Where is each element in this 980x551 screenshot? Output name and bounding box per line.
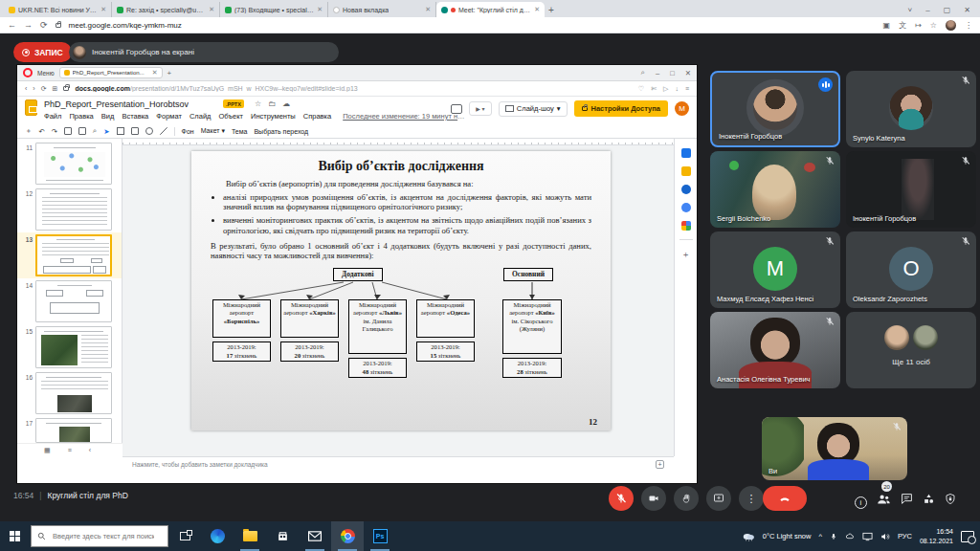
opera-close-button[interactable]: ✕ — [685, 69, 691, 77]
forward-icon[interactable]: → — [24, 20, 33, 30]
insert-line-icon[interactable] — [160, 127, 167, 135]
slide-thumbnail[interactable] — [35, 188, 112, 231]
mic-toggle-button[interactable] — [609, 486, 634, 511]
camera-permission-icon[interactable]: ▣ — [883, 21, 891, 30]
raise-hand-button[interactable] — [674, 486, 699, 511]
chat-button[interactable] — [901, 492, 913, 509]
download-icon[interactable]: ↓ — [675, 85, 679, 93]
menu-help[interactable]: Справка — [303, 112, 331, 121]
thumbnail-row-11[interactable]: 11 — [17, 141, 122, 187]
overflow-tile[interactable]: Ще 11 осіб — [846, 312, 976, 388]
speaker-notes-bar[interactable]: Нажмите, чтобы добавить заметки докладчи… — [122, 456, 674, 471]
chrome-menu-icon[interactable]: ⋮ — [965, 21, 972, 30]
text-box-icon[interactable] — [117, 127, 124, 135]
menu-tools[interactable]: Инструменты — [251, 112, 296, 121]
cloud-status-icon[interactable]: ☁ — [282, 99, 290, 108]
menu-view[interactable]: Вид — [101, 112, 115, 121]
menu-object[interactable]: Объект — [218, 112, 243, 121]
slide-thumbnail[interactable] — [35, 326, 112, 368]
print-icon[interactable] — [64, 127, 72, 135]
collapse-panel-icon[interactable]: ‹ — [89, 447, 91, 453]
new-slide-icon[interactable]: ＋ — [25, 126, 33, 136]
back-icon[interactable]: ‹ — [25, 85, 27, 92]
thumbnail-row-17[interactable]: 17 — [17, 416, 122, 445]
share-icon[interactable]: ↦ — [915, 21, 922, 30]
onedrive-icon[interactable] — [845, 532, 855, 541]
search-input[interactable] — [51, 531, 156, 541]
opera-minimize-button[interactable]: – — [656, 69, 659, 77]
tab-ukrnet[interactable]: UKR.NET: Всі новини України, о✕ — [4, 2, 112, 17]
last-edit-link[interactable]: Последнее изменение: 19 минут назад — [343, 112, 467, 121]
leave-call-button[interactable] — [763, 486, 807, 511]
present-split-button[interactable]: ▶ ▾ — [469, 101, 492, 116]
star-icon[interactable]: ☆ — [255, 99, 261, 108]
theme-button[interactable]: Тема — [232, 128, 247, 135]
thumbnail-row-16[interactable]: 16 — [17, 370, 122, 416]
weather-text[interactable]: 0°C Light snow — [763, 532, 812, 540]
tray-mic-icon[interactable] — [830, 532, 837, 541]
participant-tile-horobtsov[interactable]: Інокентій Горобцов — [710, 71, 840, 147]
select-cursor-icon[interactable]: ➤ — [103, 127, 109, 136]
account-avatar[interactable]: М — [675, 101, 689, 116]
forward-icon[interactable]: › — [33, 85, 34, 92]
hidden-icons-chevron[interactable]: ^ — [818, 532, 822, 540]
search-icon[interactable]: ⌕ — [641, 68, 645, 77]
opera-new-tab-button[interactable]: + — [167, 69, 172, 77]
close-tab-icon[interactable]: ✕ — [534, 6, 540, 13]
slide-12[interactable]: Вибір об’єктів дослідження Вибір об’єкті… — [191, 151, 611, 430]
layout-button[interactable]: Макет ▾ — [201, 127, 225, 135]
close-button[interactable]: ✕ — [964, 6, 970, 14]
zoom-icon[interactable]: ⌕ — [93, 126, 97, 136]
volume-icon[interactable] — [880, 532, 890, 541]
camera-toggle-button[interactable] — [641, 486, 666, 511]
send-to-device-icon[interactable]: ▷ — [663, 85, 668, 93]
maps-icon[interactable] — [681, 221, 691, 231]
menu-edit[interactable]: Правка — [69, 112, 93, 121]
activities-button[interactable] — [923, 492, 935, 509]
close-tab-icon[interactable]: ✕ — [317, 6, 323, 13]
list-view-icon[interactable]: ≡ — [68, 447, 72, 453]
back-icon[interactable]: ← — [8, 20, 16, 30]
insert-shape-icon[interactable] — [145, 127, 153, 135]
menu-file[interactable]: Файл — [44, 112, 61, 121]
bookmark-star-icon[interactable]: ☆ — [930, 21, 937, 30]
opera-logo-icon[interactable] — [23, 68, 33, 77]
workspaces-icon[interactable]: ⊞ — [53, 85, 58, 93]
maximize-button[interactable]: ▢ — [944, 6, 951, 14]
slide-thumbnail[interactable] — [35, 418, 112, 443]
tasks-icon[interactable] — [681, 185, 691, 194]
taskbar-photoshop[interactable]: Ps — [364, 521, 396, 551]
taskbar-explorer[interactable] — [234, 521, 266, 551]
translate-icon[interactable]: 文 — [899, 20, 906, 31]
close-tab-icon[interactable]: ✕ — [100, 6, 106, 13]
present-screen-button[interactable] — [706, 486, 731, 511]
keep-icon[interactable] — [681, 166, 691, 176]
host-controls-button[interactable] — [945, 492, 956, 509]
tab-mail-1[interactable]: Re: захід • specially@ukr.net✕ — [112, 2, 220, 17]
taskbar-search[interactable] — [31, 525, 168, 547]
extensions-icon[interactable]: ≡ — [685, 85, 689, 93]
close-tab-icon[interactable]: ✕ — [425, 6, 431, 13]
insert-image-icon[interactable] — [131, 127, 139, 135]
url-text[interactable]: meet.google.com/kqe-ymkm-muz — [69, 21, 182, 30]
share-access-button[interactable]: Настройки Доступа — [574, 100, 668, 117]
new-tab-button[interactable]: + — [545, 4, 558, 17]
bookmark-icon[interactable]: ♡ — [638, 85, 644, 93]
participants-button[interactable] — [877, 492, 891, 509]
move-folder-icon[interactable]: 🗀 — [268, 99, 276, 108]
task-view-button[interactable] — [168, 521, 201, 551]
self-view-tile[interactable]: Ви — [762, 417, 907, 480]
contacts-icon[interactable] — [681, 203, 691, 212]
slide-thumbnail-current[interactable] — [35, 234, 112, 276]
meeting-details-button[interactable]: i — [855, 492, 867, 509]
tab-mail-2[interactable]: (73) Входящие • specially@ukr.n✕ — [220, 2, 328, 17]
participant-tile-synylo[interactable]: Synylo Kateryna — [846, 71, 976, 147]
participant-tile-zaporozhets[interactable]: O Oleksandr Zaporozhets — [846, 231, 976, 308]
more-options-button[interactable]: ⋮ — [739, 486, 764, 511]
action-center-icon[interactable] — [961, 531, 974, 542]
language-indicator[interactable]: РУС — [898, 532, 912, 540]
close-tab-icon[interactable]: ✕ — [152, 69, 158, 77]
profile-avatar[interactable] — [946, 20, 956, 31]
network-icon[interactable] — [862, 532, 873, 541]
notes-expand-icon[interactable]: + — [656, 460, 664, 469]
